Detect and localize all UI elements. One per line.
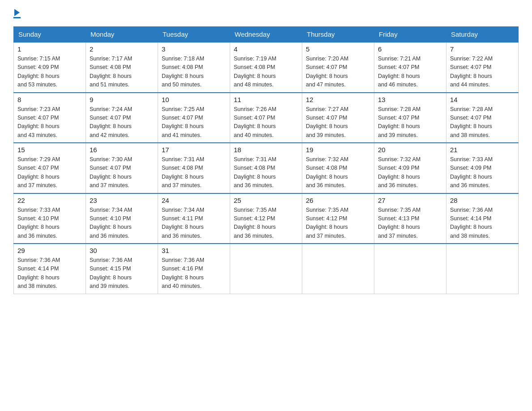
day-info: Sunrise: 7:32 AM Sunset: 4:08 PM Dayligh… xyxy=(306,155,370,190)
calendar-header-row: SundayMondayTuesdayWednesdayThursdayFrid… xyxy=(14,27,519,43)
day-info: Sunrise: 7:22 AM Sunset: 4:07 PM Dayligh… xyxy=(450,55,515,90)
day-info: Sunrise: 7:36 AM Sunset: 4:14 PM Dayligh… xyxy=(17,256,82,291)
day-number: 31 xyxy=(162,247,226,254)
calendar-cell: 1 Sunrise: 7:15 AM Sunset: 4:09 PM Dayli… xyxy=(14,42,86,93)
day-info: Sunrise: 7:18 AM Sunset: 4:08 PM Dayligh… xyxy=(162,55,226,90)
day-number: 28 xyxy=(450,197,515,204)
day-info: Sunrise: 7:29 AM Sunset: 4:07 PM Dayligh… xyxy=(17,155,82,190)
day-info: Sunrise: 7:28 AM Sunset: 4:07 PM Dayligh… xyxy=(450,105,515,140)
day-info: Sunrise: 7:36 AM Sunset: 4:14 PM Dayligh… xyxy=(450,206,515,241)
calendar-cell: 15 Sunrise: 7:29 AM Sunset: 4:07 PM Dayl… xyxy=(14,143,86,193)
calendar-week-3: 15 Sunrise: 7:29 AM Sunset: 4:07 PM Dayl… xyxy=(14,143,519,193)
calendar-cell: 13 Sunrise: 7:28 AM Sunset: 4:07 PM Dayl… xyxy=(374,93,446,143)
calendar-cell: 3 Sunrise: 7:18 AM Sunset: 4:08 PM Dayli… xyxy=(158,42,230,93)
day-info: Sunrise: 7:26 AM Sunset: 4:07 PM Dayligh… xyxy=(234,105,298,140)
calendar-cell: 26 Sunrise: 7:35 AM Sunset: 4:12 PM Dayl… xyxy=(302,193,374,244)
day-info: Sunrise: 7:24 AM Sunset: 4:07 PM Dayligh… xyxy=(90,105,154,140)
day-number: 13 xyxy=(378,96,442,103)
calendar-cell: 9 Sunrise: 7:24 AM Sunset: 4:07 PM Dayli… xyxy=(86,93,158,143)
day-number: 27 xyxy=(378,197,442,204)
calendar-cell xyxy=(446,244,519,294)
calendar-cell: 5 Sunrise: 7:20 AM Sunset: 4:07 PM Dayli… xyxy=(302,42,374,93)
day-info: Sunrise: 7:28 AM Sunset: 4:07 PM Dayligh… xyxy=(378,105,442,140)
day-info: Sunrise: 7:30 AM Sunset: 4:07 PM Dayligh… xyxy=(90,155,154,190)
weekday-header-sunday: Sunday xyxy=(14,27,86,43)
day-number: 24 xyxy=(162,197,226,204)
calendar-cell: 24 Sunrise: 7:34 AM Sunset: 4:11 PM Dayl… xyxy=(158,193,230,244)
weekday-header-saturday: Saturday xyxy=(446,27,519,43)
day-number: 30 xyxy=(90,247,154,254)
day-number: 17 xyxy=(162,146,226,154)
day-number: 18 xyxy=(234,146,298,154)
day-number: 11 xyxy=(234,96,298,103)
day-info: Sunrise: 7:36 AM Sunset: 4:15 PM Dayligh… xyxy=(90,256,154,291)
calendar-cell xyxy=(230,244,302,294)
calendar-cell: 29 Sunrise: 7:36 AM Sunset: 4:14 PM Dayl… xyxy=(14,244,86,294)
day-info: Sunrise: 7:33 AM Sunset: 4:09 PM Dayligh… xyxy=(450,155,515,190)
calendar-cell: 17 Sunrise: 7:31 AM Sunset: 4:08 PM Dayl… xyxy=(158,143,230,193)
day-number: 20 xyxy=(378,146,442,154)
calendar-cell: 14 Sunrise: 7:28 AM Sunset: 4:07 PM Dayl… xyxy=(446,93,519,143)
day-number: 10 xyxy=(162,96,226,103)
calendar-cell xyxy=(302,244,374,294)
calendar-week-2: 8 Sunrise: 7:23 AM Sunset: 4:07 PM Dayli… xyxy=(14,93,519,143)
day-info: Sunrise: 7:34 AM Sunset: 4:10 PM Dayligh… xyxy=(90,206,154,241)
calendar-week-4: 22 Sunrise: 7:33 AM Sunset: 4:10 PM Dayl… xyxy=(14,193,519,244)
calendar-cell: 25 Sunrise: 7:35 AM Sunset: 4:12 PM Dayl… xyxy=(230,193,302,244)
weekday-header-wednesday: Wednesday xyxy=(230,27,302,43)
logo xyxy=(13,9,21,18)
calendar-cell: 21 Sunrise: 7:33 AM Sunset: 4:09 PM Dayl… xyxy=(446,143,519,193)
day-number: 26 xyxy=(306,197,370,204)
day-info: Sunrise: 7:35 AM Sunset: 4:13 PM Dayligh… xyxy=(378,206,442,241)
calendar-cell: 12 Sunrise: 7:27 AM Sunset: 4:07 PM Dayl… xyxy=(302,93,374,143)
calendar-cell: 19 Sunrise: 7:32 AM Sunset: 4:08 PM Dayl… xyxy=(302,143,374,193)
weekday-header-monday: Monday xyxy=(86,27,158,43)
day-number: 5 xyxy=(306,45,370,53)
day-number: 7 xyxy=(450,45,515,53)
day-number: 15 xyxy=(17,146,82,154)
day-info: Sunrise: 7:19 AM Sunset: 4:08 PM Dayligh… xyxy=(234,55,298,90)
day-number: 4 xyxy=(234,45,298,53)
day-info: Sunrise: 7:32 AM Sunset: 4:09 PM Dayligh… xyxy=(378,155,442,190)
day-number: 14 xyxy=(450,96,515,103)
calendar-week-1: 1 Sunrise: 7:15 AM Sunset: 4:09 PM Dayli… xyxy=(14,42,519,93)
day-number: 12 xyxy=(306,96,370,103)
calendar-cell: 30 Sunrise: 7:36 AM Sunset: 4:15 PM Dayl… xyxy=(86,244,158,294)
day-info: Sunrise: 7:25 AM Sunset: 4:07 PM Dayligh… xyxy=(162,105,226,140)
day-number: 16 xyxy=(90,146,154,154)
logo-triangle-icon xyxy=(14,9,20,16)
day-number: 1 xyxy=(17,45,82,53)
weekday-header-friday: Friday xyxy=(374,27,446,43)
day-info: Sunrise: 7:21 AM Sunset: 4:07 PM Dayligh… xyxy=(378,55,442,90)
logo-underline xyxy=(13,17,21,18)
day-number: 21 xyxy=(450,146,515,154)
day-number: 22 xyxy=(17,197,82,204)
day-info: Sunrise: 7:34 AM Sunset: 4:11 PM Dayligh… xyxy=(162,206,226,241)
day-info: Sunrise: 7:20 AM Sunset: 4:07 PM Dayligh… xyxy=(306,55,370,90)
calendar-cell: 18 Sunrise: 7:31 AM Sunset: 4:08 PM Dayl… xyxy=(230,143,302,193)
weekday-header-thursday: Thursday xyxy=(302,27,374,43)
day-number: 2 xyxy=(90,45,154,53)
day-info: Sunrise: 7:35 AM Sunset: 4:12 PM Dayligh… xyxy=(306,206,370,241)
day-number: 25 xyxy=(234,197,298,204)
calendar-cell: 20 Sunrise: 7:32 AM Sunset: 4:09 PM Dayl… xyxy=(374,143,446,193)
day-info: Sunrise: 7:31 AM Sunset: 4:08 PM Dayligh… xyxy=(162,155,226,190)
calendar-cell xyxy=(374,244,446,294)
calendar-cell: 4 Sunrise: 7:19 AM Sunset: 4:08 PM Dayli… xyxy=(230,42,302,93)
day-info: Sunrise: 7:33 AM Sunset: 4:10 PM Dayligh… xyxy=(17,206,82,241)
day-info: Sunrise: 7:23 AM Sunset: 4:07 PM Dayligh… xyxy=(17,105,82,140)
weekday-header-tuesday: Tuesday xyxy=(158,27,230,43)
calendar-cell: 2 Sunrise: 7:17 AM Sunset: 4:08 PM Dayli… xyxy=(86,42,158,93)
calendar-cell: 8 Sunrise: 7:23 AM Sunset: 4:07 PM Dayli… xyxy=(14,93,86,143)
calendar-cell: 6 Sunrise: 7:21 AM Sunset: 4:07 PM Dayli… xyxy=(374,42,446,93)
day-number: 6 xyxy=(378,45,442,53)
day-info: Sunrise: 7:36 AM Sunset: 4:16 PM Dayligh… xyxy=(162,256,226,291)
day-number: 29 xyxy=(17,247,82,254)
calendar-cell: 7 Sunrise: 7:22 AM Sunset: 4:07 PM Dayli… xyxy=(446,42,519,93)
day-number: 8 xyxy=(17,96,82,103)
page-header xyxy=(13,9,519,18)
day-info: Sunrise: 7:35 AM Sunset: 4:12 PM Dayligh… xyxy=(234,206,298,241)
day-info: Sunrise: 7:15 AM Sunset: 4:09 PM Dayligh… xyxy=(17,55,82,90)
calendar-table: SundayMondayTuesdayWednesdayThursdayFrid… xyxy=(13,26,519,294)
calendar-cell: 28 Sunrise: 7:36 AM Sunset: 4:14 PM Dayl… xyxy=(446,193,519,244)
